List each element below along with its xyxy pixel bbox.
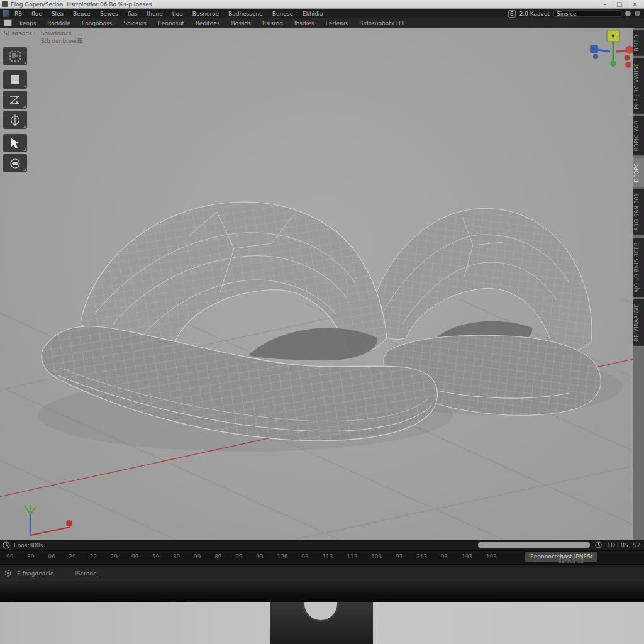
workspace-item-7[interactable]: Rsisrog	[262, 20, 283, 26]
menu-item-6[interactable]: Ihene	[147, 11, 163, 17]
menu-item-4[interactable]: Sewes	[100, 11, 118, 17]
rect-select-icon	[8, 74, 22, 86]
title-bar: Elog Gopen/Serioa. Hsrroirstlor:06.Bo %s…	[0, 0, 644, 9]
frame-ticks: 9989062922299959899989999312693113113103…	[6, 553, 497, 560]
cursor-tool-icon	[8, 114, 22, 126]
box-select-tool-button[interactable]	[3, 47, 27, 65]
menu-item-8[interactable]: Besneroe	[192, 11, 219, 17]
tool-shelf	[3, 47, 27, 172]
frame-tick-16: 113	[347, 553, 357, 560]
menu-items: R8floeSleaBeuceSewesfiasIhenetioaBesnero…	[14, 11, 323, 17]
menu-item-0[interactable]: R8	[14, 11, 22, 17]
menu-item-10[interactable]: Benese	[272, 11, 293, 17]
frame-tick-13: 126	[277, 553, 287, 560]
frame-tick-22: 193	[486, 553, 497, 560]
engine-badge-icon: E	[508, 10, 516, 18]
viewport-info-line2: Stb donbroedB	[41, 38, 83, 44]
frame-tick-10: 89	[214, 553, 221, 560]
menu-item-11[interactable]: Ekhidia	[303, 11, 323, 17]
navigation-gizmo[interactable]	[590, 30, 634, 68]
3d-viewport[interactable]: S) swsods Smvdoincs Stb donbroedB	[0, 28, 644, 540]
menu-item-7[interactable]: tioa	[172, 11, 183, 17]
frame-tick-6: 99	[131, 553, 138, 560]
frame-tick-0: 99	[6, 553, 13, 560]
workspace-item-0[interactable]: keops	[19, 20, 36, 26]
move-tool-button[interactable]	[3, 134, 27, 152]
frame-tick-3: 29	[69, 553, 75, 560]
workspace-item-8[interactable]: Ihsdies	[294, 20, 314, 26]
workspace-item-2[interactable]: Eooqoboss	[82, 20, 113, 26]
minimize-button[interactable]: –	[603, 1, 606, 8]
playback-clock-icon	[595, 541, 602, 548]
sidebar-tab-0[interactable]: BSISO	[633, 30, 644, 56]
timeline-ruler[interactable]: 9989062922299959899989999312693113113103…	[0, 551, 644, 564]
box-select-icon	[8, 50, 22, 63]
collection-label[interactable]: S) swsods	[4, 30, 32, 44]
sidebar-tab-4[interactable]: ABO SAN 301	[633, 189, 644, 235]
view-layer-icon[interactable]	[635, 11, 640, 16]
frame-tick-14: 93	[301, 553, 308, 560]
timeline-sub-info: 82/3c5 12	[558, 558, 584, 564]
viewport-scene	[0, 28, 644, 540]
workspace-item-9[interactable]: Eerleius	[325, 20, 348, 26]
close-button[interactable]: ×	[633, 1, 638, 8]
workspace-item-4[interactable]: Eeonosut	[158, 20, 184, 26]
timeline-label: Eoos:800s	[14, 542, 43, 548]
menu-item-5[interactable]: fias	[128, 11, 138, 17]
frame-tick-9: 99	[194, 553, 201, 560]
editor-type-icon[interactable]	[4, 19, 12, 26]
sidebar-tab-strip: BSISOPHP | 3O VWIISCBOPIO VORDEOPCABO SA…	[633, 28, 644, 540]
frame-range-info: ED | BS	[607, 542, 628, 548]
sidebar-tab-2[interactable]: BOPIO VOR	[633, 116, 644, 155]
frame-tick-2: 06	[48, 553, 55, 560]
workspace-items: keopsRoddoleEooqobossSbiosiosEeonosutReo…	[19, 20, 404, 26]
sidebar-tab-6[interactable]: RRIVIRAAIGIE	[633, 299, 644, 346]
frame-tick-11: 99	[235, 553, 242, 560]
monitor-bezel	[0, 582, 644, 602]
wireframe-sandals-model[interactable]	[42, 202, 601, 441]
scene-selector[interactable]: Sinsice	[553, 10, 621, 17]
version-label: 2.0 Kaavet	[519, 11, 550, 17]
rect-select-tool-button[interactable]	[3, 70, 27, 89]
desk-background	[0, 602, 644, 644]
workspace-item-6[interactable]: Bossds	[231, 20, 251, 26]
menu-item-1[interactable]: floe	[31, 11, 42, 17]
lasso-select-tool-button[interactable]	[3, 91, 27, 109]
application-window: Elog Gopen/Serioa. Hsrroirstlor:06.Bo %s…	[0, 0, 644, 644]
status-gear-icon	[4, 569, 12, 577]
frame-tick-20: 93	[441, 553, 448, 560]
sidebar-tab-5[interactable]: AJOILO BNIS 3CEB	[633, 238, 644, 297]
lasso-select-icon	[8, 94, 22, 106]
frame-tick-15: 113	[322, 553, 333, 560]
menu-item-3[interactable]: Beuce	[73, 11, 91, 17]
workspace-item-1[interactable]: Roddole	[47, 20, 70, 26]
frame-tick-19: 213	[416, 553, 427, 560]
workspace-item-5[interactable]: Reoitoes	[196, 20, 220, 26]
frame-tick-18: 93	[396, 553, 402, 560]
maximize-button[interactable]: □	[616, 1, 622, 8]
window-title: Elog Gopen/Serioa. Hsrroirstlor:06.Bo %s…	[11, 1, 152, 8]
move-cursor-icon	[8, 137, 22, 150]
frame-tick-7: 59	[152, 553, 159, 560]
workspace-item-10[interactable]: Bidosuobotx.U3	[359, 20, 404, 26]
menu-bar: R8floeSleaBeuceSewesfiasIhenetioaBesnero…	[0, 9, 644, 18]
frame-tick-12: 93	[256, 553, 263, 560]
app-logo-icon[interactable]	[3, 10, 9, 17]
menu-item-2[interactable]: Slea	[52, 11, 64, 17]
status-right-text: ISerode	[75, 570, 96, 577]
cursor-tool-button[interactable]	[3, 111, 27, 129]
timeline-panel: Eoos:800s ED | BS S2 9989062922299959899…	[0, 540, 644, 564]
orbit-tool-button[interactable]	[3, 154, 27, 172]
monitor-stand	[270, 602, 373, 644]
timeline-scrollbar[interactable]	[478, 542, 590, 548]
sidebar-tab-1[interactable]: PHP | 3O VWIISC	[633, 58, 644, 114]
frame-tick-1: 89	[27, 553, 34, 560]
scene-icon[interactable]	[625, 11, 631, 16]
viewport-info-line1: Smvdoincs	[41, 30, 83, 36]
orbit-icon	[8, 157, 22, 170]
menu-item-9[interactable]: Badhessene	[228, 11, 263, 17]
workspace-item-3[interactable]: Sbiosios	[123, 20, 147, 26]
field-expand-arrow[interactable]: >	[586, 553, 591, 559]
sidebar-tab-3[interactable]: DEOPC	[633, 158, 644, 186]
window-app-icon	[2, 1, 8, 7]
